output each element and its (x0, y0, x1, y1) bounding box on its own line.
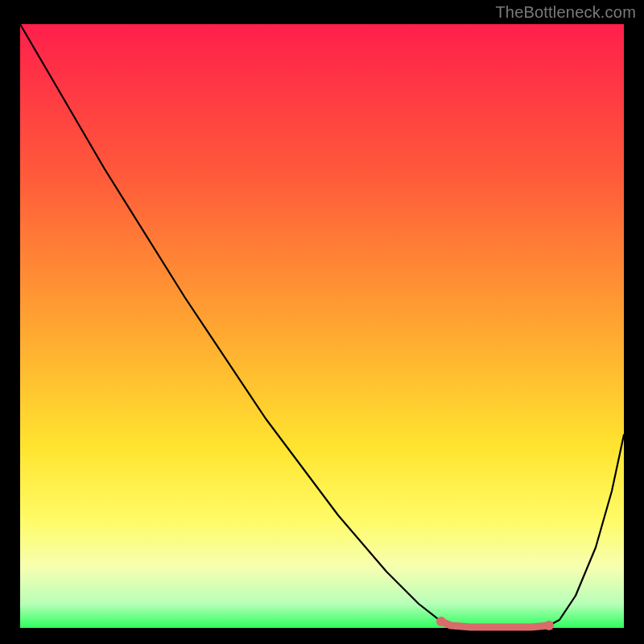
bottom-border (0, 630, 644, 644)
attribution-text: TheBottleneck.com (495, 3, 636, 22)
bottleneck-chart (0, 0, 644, 644)
highlight-dot (544, 621, 554, 630)
chart-container: { "attribution": "TheBottleneck.com", "c… (0, 0, 644, 644)
highlight-dot (436, 617, 446, 626)
gradient-panel (20, 24, 624, 628)
